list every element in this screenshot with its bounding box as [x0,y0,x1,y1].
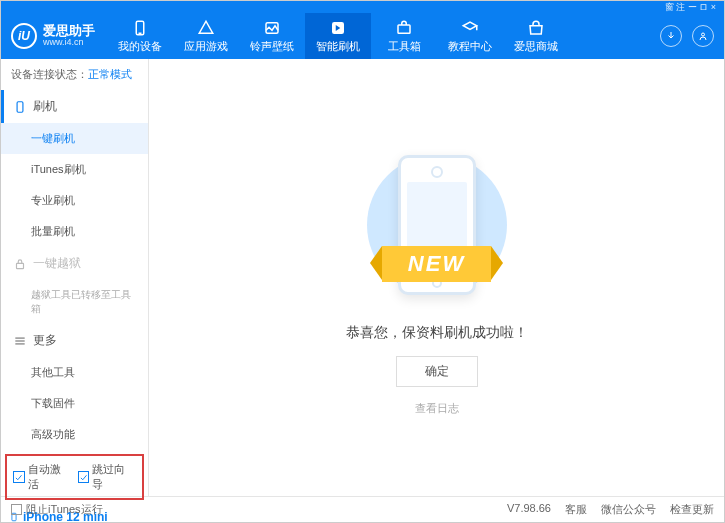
lock-icon [13,257,27,271]
checkbox-block-itunes[interactable] [11,504,22,515]
sidebar-item-advanced[interactable]: 高级功能 [1,419,148,450]
checkbox-skip-guide[interactable]: 跳过向导 [78,462,137,492]
sidebar-item-batch-flash[interactable]: 批量刷机 [1,216,148,247]
download-button[interactable] [660,25,682,47]
sidebar-item-pro-flash[interactable]: 专业刷机 [1,185,148,216]
footer-update[interactable]: 检查更新 [670,502,714,517]
sidebar-item-download-firmware[interactable]: 下载固件 [1,388,148,419]
window-controls[interactable]: 窗 注 ー ロ × [665,1,716,14]
new-banner: NEW [382,246,491,282]
option-highlight-box: 自动激活 跳过向导 [5,454,144,500]
sidebar-item-other-tools[interactable]: 其他工具 [1,357,148,388]
user-button[interactable] [692,25,714,47]
phone-icon [131,19,149,37]
flash-icon [329,19,347,37]
ok-button[interactable]: 确定 [396,356,478,387]
svg-rect-7 [17,263,24,268]
main-content: NEW 恭喜您，保资料刷机成功啦！ 确定 查看日志 [149,59,724,496]
success-message: 恭喜您，保资料刷机成功啦！ [346,324,528,342]
brand-url: www.i4.cn [43,38,95,48]
sidebar-section-flash[interactable]: 刷机 [1,90,148,123]
nav-smart-flash[interactable]: 智能刷机 [305,13,371,59]
footer-service[interactable]: 客服 [565,502,587,517]
svg-rect-6 [17,101,23,112]
sidebar-item-itunes-flash[interactable]: iTunes刷机 [1,154,148,185]
nav-my-device[interactable]: 我的设备 [107,13,173,59]
sidebar-section-jailbreak[interactable]: 一键越狱 [1,247,148,280]
sidebar-jailbreak-note: 越狱工具已转移至工具箱 [1,280,148,324]
apps-icon [197,19,215,37]
sidebar-section-more[interactable]: 更多 [1,324,148,357]
sidebar: 设备连接状态：正常模式 刷机 一键刷机 iTunes刷机 专业刷机 批量刷机 一… [1,59,149,496]
app-logo: iU 爱思助手 www.i4.cn [11,23,95,49]
nav-toolbox[interactable]: 工具箱 [371,13,437,59]
block-itunes-label: 阻止iTunes运行 [26,502,103,517]
nav-apps-games[interactable]: 应用游戏 [173,13,239,59]
checkbox-auto-activate[interactable]: 自动激活 [13,462,72,492]
wallpaper-icon [263,19,281,37]
sidebar-item-oneclick-flash[interactable]: 一键刷机 [1,123,148,154]
device-status: 设备连接状态：正常模式 [1,59,148,90]
store-icon [527,19,545,37]
phone-icon [13,100,27,114]
logo-icon: iU [11,23,37,49]
list-icon [13,334,27,348]
tutorials-icon [461,19,479,37]
view-log-link[interactable]: 查看日志 [415,401,459,416]
footer-wechat[interactable]: 微信公众号 [601,502,656,517]
svg-point-5 [702,33,705,36]
header-actions [660,25,714,47]
svg-rect-4 [398,25,410,33]
nav-tutorials[interactable]: 教程中心 [437,13,503,59]
nav-store[interactable]: 爱思商城 [503,13,569,59]
success-illustration: NEW [357,140,517,310]
window-titlebar: 窗 注 ー ロ × [1,1,724,13]
main-nav: 我的设备 应用游戏 铃声壁纸 智能刷机 工具箱 教程中心 爱思商城 [107,13,660,59]
nav-ringtone-wallpaper[interactable]: 铃声壁纸 [239,13,305,59]
toolbox-icon [395,19,413,37]
version-label: V7.98.66 [507,502,551,517]
brand-name: 爱思助手 [43,24,95,38]
app-header: iU 爱思助手 www.i4.cn 我的设备 应用游戏 铃声壁纸 智能刷机 工具… [1,13,724,59]
